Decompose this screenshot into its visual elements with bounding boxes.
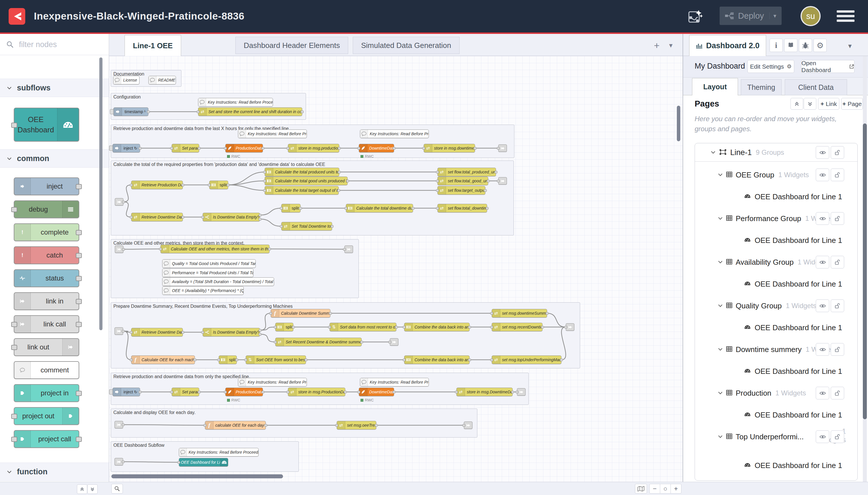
node-change[interactable]: ⇄set msg.downtimeSummery xyxy=(492,309,547,318)
palette-node-link-in[interactable]: link in xyxy=(14,292,79,310)
input-port[interactable] xyxy=(403,359,405,361)
node-comment[interactable]: Key Instructions: Read Before Proceeding xyxy=(238,130,307,138)
output-port[interactable] xyxy=(122,330,125,332)
node-sort[interactable]: ⇅Sort data from most recent to oldest xyxy=(330,323,396,331)
node-change[interactable]: ⇄Set params xyxy=(172,144,199,152)
move-up-button[interactable] xyxy=(791,98,803,110)
input-port[interactable] xyxy=(497,147,500,150)
chevron-down-icon[interactable] xyxy=(718,434,723,439)
input-port[interactable] xyxy=(201,216,204,219)
output-port[interactable] xyxy=(546,312,549,315)
tree-widget-row[interactable]: OEE Dashboard for Line 1 xyxy=(695,409,857,421)
node-comment[interactable]: Key Instructions: Read Before Proceeding xyxy=(360,130,429,138)
tree-page-row[interactable]: Line-1 9 Groups xyxy=(695,143,857,161)
output-port[interactable] xyxy=(122,248,125,251)
output-port[interactable] xyxy=(122,201,125,203)
node-comment[interactable]: Performance = Total Produced Units / Tot… xyxy=(162,269,254,277)
palette-category-subflows[interactable]: subflows xyxy=(0,79,109,97)
chevron-down-icon[interactable] xyxy=(718,391,723,396)
node-comment[interactable]: README xyxy=(149,76,176,84)
output-port[interactable] xyxy=(329,312,332,315)
info-tab-button[interactable]: i xyxy=(769,39,783,52)
visibility-toggle-button[interactable] xyxy=(816,343,829,356)
palette-node-link-call[interactable]: link call xyxy=(14,315,79,333)
output-port[interactable] xyxy=(259,333,261,336)
node-comment[interactable]: License xyxy=(113,76,139,84)
node-calc[interactable]: split xyxy=(219,356,237,364)
input-port[interactable] xyxy=(287,391,289,393)
node-comment[interactable]: Quality = Total Good Units Produced / To… xyxy=(162,259,256,268)
palette-scrollbar[interactable] xyxy=(99,57,103,330)
tree-group-row[interactable]: Downtime summery 1 Widgets xyxy=(695,343,857,356)
input-port[interactable] xyxy=(490,326,493,328)
output-port[interactable] xyxy=(268,248,271,250)
palette-node-catch[interactable]: !catch xyxy=(14,246,79,264)
inject-button[interactable] xyxy=(109,146,113,151)
input-port[interactable] xyxy=(269,312,272,315)
chevron-down-icon[interactable] xyxy=(718,303,723,308)
node-change[interactable]: ⇄set msg.topUnderPerformingMachines xyxy=(492,356,561,364)
flow-group[interactable]: Calculate and display OEE for each day. xyxy=(111,409,478,438)
zoom-in-button[interactable]: + xyxy=(671,484,681,494)
node-switch[interactable]: Is Downtime Data Empty? xyxy=(203,328,260,337)
output-port[interactable] xyxy=(76,253,82,258)
sidebar-list-caret[interactable]: ▾ xyxy=(848,42,852,50)
input-port[interactable] xyxy=(170,147,173,150)
input-port[interactable] xyxy=(11,437,17,442)
node-calc[interactable]: Calculate the total good units produced … xyxy=(265,176,348,185)
node-calc[interactable]: Calculate the total downtime duration xyxy=(346,204,413,212)
output-port[interactable] xyxy=(305,359,308,361)
output-port[interactable] xyxy=(139,147,141,150)
output-port[interactable] xyxy=(122,424,125,426)
flowfuse-logo[interactable] xyxy=(8,8,25,25)
node-change[interactable]: ⇄Set and store the current line and shif… xyxy=(198,107,302,116)
visibility-toggle-button[interactable] xyxy=(816,256,829,269)
output-port[interactable] xyxy=(338,171,341,173)
output-port[interactable] xyxy=(259,218,261,221)
node-change[interactable]: ⇄store in msg.DowntimeData xyxy=(456,388,513,396)
output-port[interactable] xyxy=(181,216,184,219)
palette-node-OEE-Dashboard[interactable]: OEEDashboard xyxy=(14,108,79,141)
output-port[interactable] xyxy=(76,184,82,189)
node-calc[interactable]: split xyxy=(209,181,228,189)
ai-assistant-icon[interactable] xyxy=(687,8,703,25)
input-port[interactable] xyxy=(287,147,289,150)
visibility-toggle-button[interactable] xyxy=(816,169,829,181)
palette-expand-all-button[interactable] xyxy=(87,484,98,494)
node-influx[interactable]: DowntimeData xyxy=(359,144,394,152)
lock-toggle-button[interactable] xyxy=(831,300,844,312)
output-port[interactable] xyxy=(344,391,347,393)
palette-category-function[interactable]: function xyxy=(0,463,109,481)
tree-group-row[interactable]: Production 1 Widgets xyxy=(695,387,857,399)
output-port[interactable] xyxy=(264,424,267,427)
node-change[interactable]: ⇄Set Total Downtime to 0 xyxy=(281,222,332,231)
input-port[interactable] xyxy=(516,391,518,393)
output-port[interactable] xyxy=(393,147,396,150)
tree-widget-row[interactable]: OEE Dashboard for Line 1 xyxy=(695,190,857,203)
input-port[interactable] xyxy=(224,391,227,393)
output-port[interactable] xyxy=(76,276,82,281)
node-influx[interactable]: ProductionData xyxy=(225,388,263,396)
lock-toggle-button[interactable] xyxy=(831,430,844,443)
input-port[interactable] xyxy=(11,345,17,350)
input-port[interactable] xyxy=(204,424,206,427)
input-port[interactable] xyxy=(357,147,360,150)
canvas-search-button[interactable] xyxy=(111,484,123,494)
node-change[interactable]: ⇄store in msg.ProductionData xyxy=(288,388,345,396)
inject-button[interactable] xyxy=(109,389,113,394)
tree-group-row[interactable]: Availability Group 1 Widgets xyxy=(695,256,857,269)
input-port[interactable] xyxy=(11,207,17,212)
add-link-button[interactable]: +Link xyxy=(818,98,839,110)
palette-node-complete[interactable]: !complete xyxy=(14,223,79,241)
node-inject[interactable]: timestamp ¹ xyxy=(114,107,149,116)
lock-toggle-button[interactable] xyxy=(831,256,844,269)
palette-search[interactable] xyxy=(0,34,109,55)
canvas-vscrollbar[interactable] xyxy=(677,106,680,141)
lock-toggle-button[interactable] xyxy=(831,146,844,159)
output-port[interactable] xyxy=(541,326,544,328)
canvas-hscrollbar[interactable] xyxy=(111,474,283,478)
lock-toggle-button[interactable] xyxy=(831,169,844,181)
chevron-down-icon[interactable] xyxy=(718,347,723,352)
node-change[interactable]: ⇄set flow.total_downtime xyxy=(437,204,487,212)
lock-toggle-button[interactable] xyxy=(831,212,844,225)
